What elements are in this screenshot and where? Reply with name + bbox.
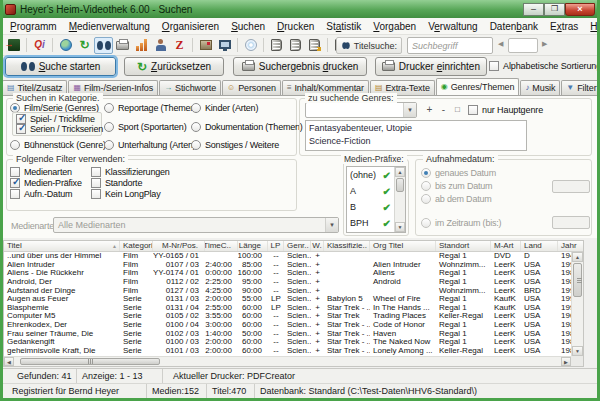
scrollbar-thumb[interactable] [20,358,160,365]
nav-previous-icon[interactable]: ◀ [498,40,503,48]
table-row[interactable]: Augen aus FeuerSerie0131 / 032:00:0055:0… [4,295,571,304]
exit-icon[interactable] [4,37,23,54]
column-header-jahr[interactable]: Jahr [558,241,583,251]
column-header-m-art[interactable]: M-Art [491,241,521,251]
refresh-icon[interactable]: ↻ [75,37,94,54]
column-header-w[interactable]: W. [311,241,324,251]
close-button[interactable] [565,3,595,16]
table-row[interactable]: Aliens - Die RückkehrFilmYY-0174 / 010:0… [4,269,571,278]
start-search-button[interactable]: Suche starten [5,57,116,76]
scrollbar-thumb[interactable] [573,263,582,297]
column-header-genr[interactable]: Genr.. [284,241,311,251]
table-row[interactable]: GedankengiftSerie0100 / 032:00:0060:00--… [4,338,571,347]
column-header-l-nge[interactable]: Länge [238,241,268,251]
reset-button[interactable]: ↻Zurücksetzen [124,57,224,76]
web-icon[interactable] [56,37,75,54]
genre-combobox[interactable] [305,102,417,118]
search-icon[interactable] [94,37,113,54]
table-row[interactable]: ..und über uns der HimmelFilmYY-0165 / 0… [4,252,571,261]
menu-item-verwaltung[interactable]: Verwaltung [422,19,484,34]
tab-filter[interactable]: ▼Filter [561,80,600,95]
column-header-timec[interactable]: TimeC.. [205,241,238,251]
table-row[interactable]: Frau seiner Träume, DieSerie0102 / 031:4… [4,329,571,338]
table-row[interactable]: geheimnisvolle Kraft, DieSerie0101 / 032… [4,347,571,356]
menu-item-organisieren[interactable]: Organisieren [156,19,225,34]
add-genre-button[interactable]: + [423,103,436,116]
checkbox-standorte[interactable]: Standorte [91,178,142,188]
menu-item-programm[interactable]: Programm [4,19,63,34]
checkbox-spielfilme[interactable]: Spiel- / Trickfilme [16,114,95,124]
nav-counter-field[interactable] [508,38,538,53]
vertical-scrollbar[interactable]: ▲ ▼ [571,252,583,356]
nav-next-icon[interactable]: ▶ [542,40,547,48]
checkbox-aufn-datum[interactable]: Aufn.-Datum [10,189,72,199]
scroll-left-icon[interactable]: ◀ [4,357,14,366]
scroll-up-icon[interactable]: ▲ [395,167,405,177]
prefix-item[interactable]: (ohne)✔ [347,167,394,183]
column-header-klassifizie[interactable]: Klassifizie.. [324,241,370,251]
print-icon[interactable] [113,37,132,54]
selected-genres-list[interactable]: Fantasyabenteuer, UtopieScience-Fiction [305,120,527,151]
table-row[interactable]: Aufstand der DingeFilm0127 / 034:25:0090… [4,286,571,295]
selected-genre-item[interactable]: Fantasyabenteuer, Utopie [306,122,526,135]
menu-item-medienverwaltung[interactable]: Medienverwaltung [63,19,156,34]
film-icon[interactable] [196,37,215,54]
cd-icon[interactable] [241,37,260,54]
column-header-org-titel[interactable]: Org Titel [370,241,436,251]
qi-icon[interactable]: Qi [30,37,49,54]
menu-item-datenbank[interactable]: Datenbank [484,19,544,34]
table-row[interactable]: Computer M5Serie0105 / 023:55:0060:00--S… [4,312,571,321]
column-header-standort[interactable]: Standort [436,241,491,251]
table-row[interactable]: Android, DerFilm0112 / 022:25:0095:00--S… [4,278,571,287]
monitor-icon[interactable] [215,37,234,54]
printer-setup-button[interactable]: Drucker einrichten [375,57,487,76]
table-row[interactable]: BlasphemieSerie0131 / 042:55:0060:00LPSc… [4,304,571,313]
selected-genre-item[interactable]: Science-Fiction [306,135,526,148]
column-header-land[interactable]: Land [521,241,558,251]
prefix-item[interactable]: BPH✔ [347,215,394,231]
prefix-item[interactable]: B✔ [347,199,394,215]
checkbox-klassifizierungen[interactable]: Klassifizierungen [91,167,170,177]
vertical-scrollbar[interactable]: ▲ ▼ [394,167,405,232]
table-row[interactable]: Ehrenkodex, DerSerie0100 / 043:00:0060:0… [4,321,571,330]
radio-buehnenstueck[interactable]: Bühnenstück (Genre) [10,140,106,150]
scroll-up-icon[interactable]: ▲ [572,252,583,262]
tab-stichworte[interactable]: →Stichworte [159,80,221,95]
tab-personen[interactable]: ☺Personen [222,80,281,95]
menu-item-extras[interactable]: Extras [544,19,584,34]
maximize-button[interactable] [544,3,565,16]
database-edit-icon[interactable] [305,37,324,54]
menu-item-statistik[interactable]: Statistik [320,19,367,34]
table-row[interactable]: Alien IntruderFilm0107 / 032:40:0085:00-… [4,261,571,270]
column-header-m-nr-pos[interactable]: M-Nr/Pos. [153,241,205,251]
title-bar[interactable]: Heyer's Heim-Videothek 6.00 - Suchen [0,0,600,18]
print-results-button[interactable]: Suchergebnis drucken [233,57,367,76]
column-header-lp[interactable]: LP [268,241,284,251]
scroll-down-icon[interactable]: ▼ [395,222,405,232]
menu-item-drucken[interactable]: Drucken [271,19,320,34]
scroll-right-icon[interactable]: ▶ [561,357,571,366]
nur-hauptgenre-checkbox[interactable]: nur Hauptgenre [468,105,543,115]
checkbox-medien-praefixe[interactable]: Medien-Präfixe [10,178,82,188]
statistics-icon[interactable] [132,37,151,54]
checkbox-kein-longplay[interactable]: Kein LongPlay [91,189,160,199]
radio-sonstiges[interactable]: Sonstiges / Weitere [191,140,279,150]
database-save-icon[interactable] [267,37,286,54]
praefixe-list[interactable]: (ohne)✔A✔B✔BPH✔ ▲ ▼ [346,166,406,233]
radio-reportage[interactable]: Reportage (Themen) [104,103,198,113]
tab-musik[interactable]: ♪Musik [520,80,560,95]
clear-genres-button[interactable]: □ [451,103,464,116]
menu-item-vorgaben[interactable]: Vorgaben [367,19,422,34]
user-icon[interactable] [151,37,170,54]
prefix-item[interactable]: A✔ [347,183,394,199]
scrollbar-thumb[interactable] [396,178,404,192]
minimize-button[interactable] [523,3,544,16]
defaults-icon[interactable]: Z [170,37,189,54]
horizontal-scrollbar[interactable]: ◀ ▶ [4,356,571,366]
radio-kinder[interactable]: Kinder (Arten) [191,103,258,113]
radio-dokumentation[interactable]: Dokumentation (Themen) [191,122,303,132]
search-input[interactable] [407,37,493,54]
menu-item-hilfe[interactable]: Hilfe [584,19,600,34]
column-header-kategorie[interactable]: Kategorie [120,241,153,251]
scroll-down-icon[interactable]: ▼ [572,346,583,356]
